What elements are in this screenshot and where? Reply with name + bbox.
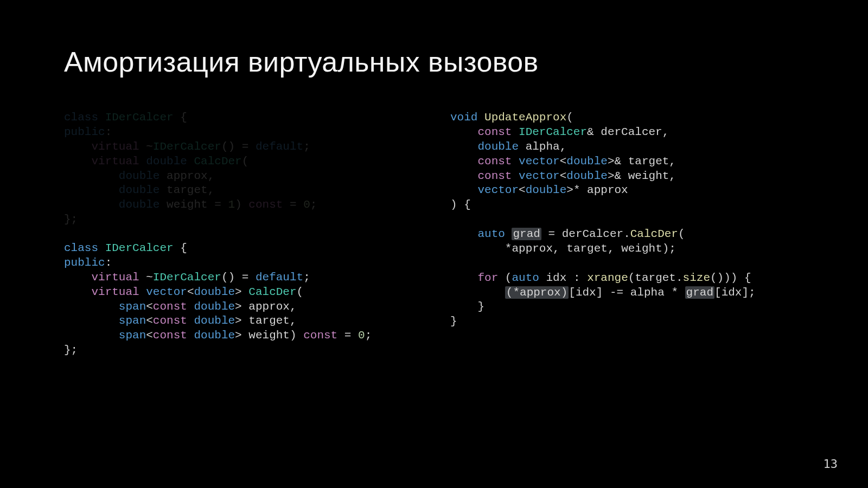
spacer	[64, 227, 418, 241]
right-column: void UpdateApprox( const IDerCalcer& der…	[450, 111, 804, 358]
two-column-layout: class IDerCalcer { public: virtual ~IDer…	[64, 111, 804, 358]
code-block-new: class IDerCalcer { public: virtual ~IDer…	[64, 241, 418, 358]
page-number: 13	[824, 457, 838, 471]
slide-title: Амортизация виртуальных вызовов	[64, 46, 804, 78]
code-block-old-dimmed: class IDerCalcer { public: virtual ~IDer…	[64, 111, 418, 227]
code-block-update-approx: void UpdateApprox( const IDerCalcer& der…	[450, 111, 804, 329]
slide: Амортизация виртуальных вызовов class ID…	[0, 0, 868, 488]
left-column: class IDerCalcer { public: virtual ~IDer…	[64, 111, 418, 358]
